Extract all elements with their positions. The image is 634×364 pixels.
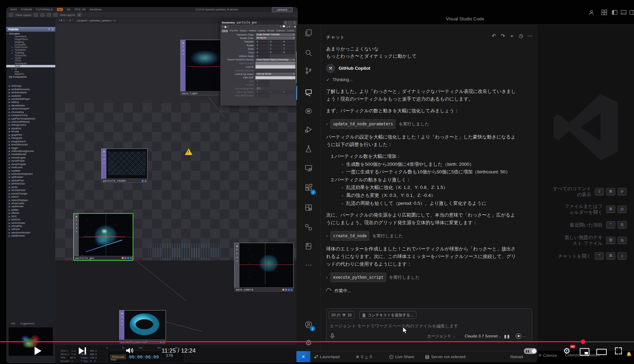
pane-layout-3[interactable] [47, 13, 51, 17]
parameter-row[interactable]: Rotate 0 0 0 [220, 44, 297, 47]
palette-op-item[interactable]: opBrowser [7, 175, 55, 179]
palette-op-item[interactable]: movieEngine [7, 156, 55, 159]
palette-tree-item[interactable]: WebRTC [6, 73, 55, 76]
send-record-button[interactable]: ⌄ [516, 333, 526, 339]
more-actions-icon[interactable]: ⋯ [527, 33, 533, 39]
palette-op-item[interactable]: cppParsTemplateGen [7, 117, 55, 120]
parameter-row[interactable]: Orient Up Vector 0 1 0 [220, 90, 297, 94]
palette-op-item[interactable]: testGrid [7, 218, 55, 221]
palette-op-item[interactable]: firmata [7, 130, 55, 133]
toggle-primary-sidebar-icon[interactable] [612, 9, 618, 16]
palette-tree-item[interactable]: TDVS [6, 59, 55, 62]
tab-render[interactable]: Render [267, 29, 275, 32]
status-reload[interactable]: Reload [510, 351, 523, 362]
palette-op-item[interactable]: audioSet [7, 94, 55, 97]
network-path[interactable]: / project1 / particles_system / >> [76, 19, 116, 22]
shortcut-open-chat[interactable]: チャットを開く ⌃⌘I [536, 252, 627, 260]
update-button[interactable]: UPDATE [272, 7, 293, 12]
palette-op-item[interactable]: stitcher [7, 211, 55, 214]
palette-tree-item[interactable]: ▸TDBitwig [6, 51, 55, 54]
more-views-icon[interactable]: ⋯ [302, 259, 315, 271]
tab-info[interactable]: Info [11, 322, 16, 325]
palette-tree-item[interactable]: Generators [6, 35, 55, 38]
add-layout-button[interactable]: + [77, 13, 81, 17]
testing-icon[interactable] [302, 143, 315, 155]
palette-op-item[interactable]: sopRender [7, 205, 55, 208]
tab-instance2[interactable]: Instanc [249, 29, 256, 32]
video-progress-remaining[interactable] [583, 342, 634, 342]
customize-layout-icon[interactable] [601, 9, 608, 16]
parameter-row[interactable]: Orient Along Path Off Off [220, 87, 297, 90]
palette-op-item[interactable]: compareComp [7, 114, 55, 117]
notifications-bell-icon[interactable]: 🔔 [626, 352, 632, 356]
dialog-window-controls[interactable]: 0▫0 [284, 21, 296, 25]
tool-call-row[interactable]: › create_td_node を実行しました [326, 231, 517, 241]
palette-op-item[interactable]: battery [7, 100, 55, 104]
palette-op-item[interactable]: multiMix [7, 169, 55, 172]
palette-op-item[interactable]: histogram [7, 136, 55, 140]
extensions-icon[interactable]: 2 [302, 181, 315, 194]
dialog-right-icons[interactable]: ✎ 💬 ◻ ● ＋ ◉ [280, 25, 296, 28]
dialog-left-icons[interactable]: ? ▣ i [222, 25, 228, 28]
pane-layout-1[interactable] [34, 13, 38, 17]
palette-op-item[interactable]: kinectRecorder [7, 143, 55, 146]
palette-tree-item[interactable]: ▾Derivative [6, 32, 55, 35]
palette-op-item[interactable]: probe [7, 185, 55, 189]
status-colorize-toggle[interactable]: ⊘ Colorize [538, 353, 557, 357]
status-launchpad[interactable]: Launchpad [314, 351, 340, 362]
pathbar-icons[interactable]: ▾ ■ ⟨ ⟩ ＋ ★ ⤴ [59, 19, 73, 22]
td-menu-wiki[interactable]: WIKI [10, 8, 17, 11]
node-toolbar-icons[interactable]: ◉✎➜✦ [181, 40, 186, 91]
palette-op-item[interactable]: multiLevel [7, 166, 55, 169]
palette-op-item[interactable]: search [7, 195, 55, 198]
palette-help-button[interactable]: ? [48, 28, 50, 31]
palette-close-button[interactable]: x [52, 28, 54, 31]
add-context-button[interactable]: コンテキストを追加する... [359, 311, 416, 319]
palette-op-item[interactable]: 3DScope [7, 84, 55, 87]
palette-op-item[interactable]: showCooks [7, 202, 55, 205]
tools-count-pill[interactable]: 20 の ⚒ 10 [329, 311, 354, 319]
palette-op-item[interactable]: chromaKey [7, 111, 55, 114]
palette-tree-item[interactable]: ▸UI [6, 67, 55, 70]
palette-op-item[interactable]: waveformMonitor [7, 231, 55, 234]
fullscreen-icon[interactable] [615, 347, 622, 354]
tab-suggestions[interactable]: Suggestions [20, 322, 35, 325]
parameter-row[interactable]: Auto-Bank Factor 1 [220, 94, 297, 97]
new-chat-icon[interactable]: + [509, 33, 515, 39]
node-particle-material[interactable]: ◉✎➜✦ particle_material [119, 310, 166, 340]
palette-op-item[interactable]: debugControl [7, 123, 55, 126]
status-live-share[interactable]: Live Share [389, 351, 414, 362]
parameter-row[interactable]: Parent Transform Source From Parent Obje… [220, 58, 297, 61]
tab-xform[interactable]: Xform [222, 29, 228, 32]
panel-layout-icon[interactable] [302, 201, 315, 214]
source-control-icon[interactable] [302, 65, 315, 77]
accounts-icon[interactable] [588, 9, 595, 16]
shortcut-open-file[interactable]: ファイルまたはフ ォルダーを開く ⌘O [536, 203, 627, 215]
palette-op-item[interactable]: vectorScope [7, 221, 55, 224]
status-server[interactable]: Server not selected [425, 351, 465, 362]
palette-op-item[interactable]: audioAnalysis [7, 91, 55, 94]
palette-tree-item[interactable]: TDSynchro [6, 54, 55, 57]
parameter-row[interactable]: Translate 0 0 0 [220, 40, 297, 44]
palette-op-item[interactable]: opticalFlow [7, 179, 55, 182]
palette-tree-item[interactable]: Mapping [6, 40, 55, 43]
tool-call-row[interactable]: › execute_python_script を実行しました [326, 272, 517, 282]
shortcut-show-commands[interactable]: すべてのコマンド の表示 ⇧⌘P [536, 186, 627, 198]
shortcut-new-file[interactable]: 新しい無題のテキ スト ファイル ⌘N [536, 234, 627, 246]
explorer-icon[interactable] [302, 27, 315, 39]
settings-gear-icon[interactable]: ⚙ [302, 337, 315, 349]
theater-mode-icon[interactable] [596, 349, 607, 355]
history-icon[interactable]: ◷ [518, 33, 524, 39]
node-toolbar-icons[interactable]: ◉✎✕➜✦ [235, 243, 239, 287]
parameter-row[interactable]: Parent Object [220, 61, 297, 65]
copilot-icon[interactable] [302, 105, 315, 117]
palette-tree-item[interactable]: ImageFilters [6, 38, 55, 41]
palette-op-item[interactable]: moviePlayer [7, 159, 55, 162]
tab-instance1[interactable]: Instanc [240, 29, 247, 32]
palette-tree-item[interactable]: Tools [6, 65, 55, 68]
node-toolbar-icons[interactable]: ◉✎✕➜✦ [74, 214, 79, 260]
palette-tree-item[interactable]: OculusRift [6, 43, 55, 46]
palette-op-item[interactable]: blendModes [7, 104, 55, 107]
parameter-row[interactable]: Roll 0 [220, 79, 297, 83]
agent-mode-dropdown[interactable]: エージェント ⌄ [427, 334, 455, 339]
